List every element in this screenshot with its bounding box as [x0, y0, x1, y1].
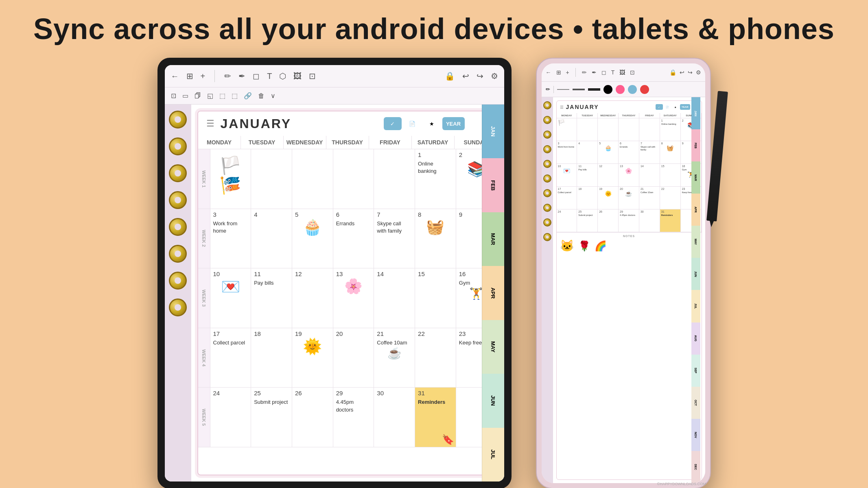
line-thin[interactable] [557, 89, 569, 90]
phone-tab-apr[interactable]: APR [691, 194, 700, 226]
phone-tab-sep[interactable]: SEP [691, 355, 700, 387]
cell-w2-thu[interactable]: 6 Errands [333, 209, 374, 268]
line-thick[interactable] [588, 88, 600, 91]
line-medium[interactable] [573, 89, 585, 90]
color-blue[interactable] [628, 85, 637, 94]
cell-w3-sat[interactable]: 15 [415, 268, 456, 328]
phone-cell-w4-4[interactable]: 20 ☕ [619, 187, 639, 209]
phone-image-icon[interactable]: 🖼 [619, 69, 625, 76]
cell-w5-sat[interactable]: 31 Reminders 🔖 [415, 388, 456, 447]
cell-w4-sat[interactable]: 22 [415, 328, 456, 388]
phone-cell-w1-2[interactable] [577, 118, 598, 141]
link-icon[interactable]: 🔗 [244, 92, 252, 100]
phone-tab-mar[interactable]: MAR [691, 161, 700, 194]
phone-select-icon[interactable]: ⊡ [630, 69, 635, 76]
phone-tab-jul[interactable]: JUL [691, 290, 700, 322]
phone-cell-w1-6[interactable]: 1 Online banking [660, 118, 681, 141]
tab-checklist[interactable]: ✓ [384, 117, 402, 130]
cell-w3-wed[interactable]: 12 [292, 268, 333, 328]
phone-cell-w5-2[interactable]: 25 Submit project [577, 209, 598, 232]
phone-lock-icon[interactable]: 🔒 [669, 69, 676, 76]
phone-cell-w3-3[interactable]: 12 [598, 164, 619, 186]
phone-cell-w2-1[interactable]: 3 Work from home [557, 141, 577, 163]
phone-cell-w2-4[interactable]: 6 Errands [619, 141, 639, 163]
phone-cell-w3-2[interactable]: 11 Pay bills [577, 164, 598, 186]
phone-cell-w1-3[interactable] [598, 118, 619, 141]
phone-cell-w2-6[interactable]: 8 🧺 [660, 141, 681, 163]
crop-icon[interactable]: ⬚ [232, 92, 238, 100]
phone-cell-w4-5[interactable]: 21 Coffee 10am [639, 187, 660, 209]
phone-cell-w5-3[interactable]: 26 [598, 209, 619, 232]
cell-w1-tue[interactable] [251, 149, 292, 209]
phone-undo-icon[interactable]: ↩ [680, 69, 684, 76]
cell-w1-thu[interactable] [333, 149, 374, 209]
phone-tab-dec[interactable]: DEC [691, 451, 700, 483]
tab-mar[interactable]: MAR [482, 212, 498, 266]
phone-cell-w3-5[interactable]: 14 [639, 164, 660, 186]
cell-w4-mon[interactable]: 17 Collect parcel [210, 328, 251, 388]
phone-tab-nov[interactable]: NOV [691, 419, 700, 451]
cell-w5-mon[interactable]: 24 [210, 388, 251, 447]
select-icon[interactable]: ⊡ [309, 71, 316, 81]
cell-w2-mon[interactable]: 3 Work from home [210, 209, 251, 268]
cell-w3-thu[interactable]: 13 🌸 [333, 268, 374, 328]
phone-cell-w5-6[interactable]: 31 Reminders [660, 209, 681, 232]
phone-cell-w1-1[interactable]: 🏳️ [557, 118, 577, 141]
phone-cell-w5-4[interactable]: 29 4.45pm doctors [619, 209, 639, 232]
group-icon[interactable]: ◱ [207, 92, 213, 100]
cell-w4-thu[interactable]: 20 [333, 328, 374, 388]
phone-back-icon[interactable]: ← [546, 69, 551, 76]
phone-cell-w1-5[interactable] [639, 118, 660, 141]
phone-text-icon[interactable]: T [611, 69, 615, 76]
phone-settings-icon[interactable]: ⚙ [696, 69, 701, 76]
cell-w1-wed[interactable] [292, 149, 333, 209]
phone-tab-feb[interactable]: FEB [691, 129, 700, 161]
phone-add-icon[interactable]: + [566, 69, 569, 76]
image-icon[interactable]: 🖼 [293, 72, 302, 81]
tab-jan[interactable]: JAN [482, 111, 498, 158]
cell-w2-tue[interactable]: 4 [251, 209, 292, 268]
cell-w3-mon[interactable]: 10 💌 [210, 268, 251, 328]
phone-pen-icon[interactable]: ✒ [592, 69, 597, 76]
pencil-icon[interactable]: ✏ [224, 71, 231, 81]
redo-icon[interactable]: ↪ [477, 71, 483, 81]
cell-w2-sat[interactable]: 8 🧺 [415, 209, 456, 268]
grid-icon[interactable]: ⊞ [186, 71, 193, 81]
tab-year[interactable]: YEAR [442, 117, 465, 130]
menu-icon[interactable]: ☰ [206, 118, 214, 129]
pen-icon[interactable]: ✒ [238, 71, 245, 81]
color-black[interactable] [603, 85, 612, 94]
tab-apr[interactable]: APR [482, 266, 498, 320]
ungroup-icon[interactable]: ⬚ [219, 92, 225, 100]
phone-tab-star[interactable]: ★ [672, 104, 679, 110]
phone-tab-oct[interactable]: OCT [691, 387, 700, 419]
tab-star[interactable]: ★ [423, 117, 441, 130]
cell-w2-fri[interactable]: 7 Skype call with family [374, 209, 415, 268]
phone-cell-w3-4[interactable]: 13 🌸 [619, 164, 639, 186]
phone-eraser-icon[interactable]: ◻ [601, 69, 606, 76]
phone-cell-w5-1[interactable]: 24 [557, 209, 577, 232]
phone-cell-w4-1[interactable]: 17 Collect parcel [557, 187, 577, 209]
eraser-icon[interactable]: ◻ [253, 71, 260, 81]
cell-w5-wed[interactable]: 26 [292, 388, 333, 447]
cell-w2-wed[interactable]: 5 🧁 [292, 209, 333, 268]
tab-may[interactable]: MAY [482, 320, 498, 374]
phone-tab-checklist[interactable]: ✓ [656, 104, 663, 110]
phone-pencil-icon[interactable]: ✏ [582, 69, 587, 76]
color-red[interactable] [640, 85, 649, 94]
text-icon[interactable]: T [267, 72, 272, 81]
tab-jul[interactable]: JUL [482, 428, 498, 475]
phone-tab-may[interactable]: MAY [691, 226, 700, 258]
cell-w4-tue[interactable]: 18 [251, 328, 292, 388]
cell-w3-tue[interactable]: 11 Pay bills [251, 268, 292, 328]
phone-cell-w2-2[interactable]: 4 [577, 141, 598, 163]
phone-menu-icon[interactable]: ☰ [560, 105, 564, 109]
phone-pen2-icon[interactable]: ✏ [546, 86, 550, 92]
undo-icon[interactable]: ↩ [462, 71, 469, 81]
back-icon[interactable]: ← [171, 72, 179, 81]
phone-cell-w3-6[interactable]: 15 [660, 164, 681, 186]
color-pink[interactable] [616, 85, 625, 94]
cell-w1-fri[interactable] [374, 149, 415, 209]
settings-icon[interactable]: ⚙ [491, 71, 498, 81]
cell-w4-wed[interactable]: 19 🌞 [292, 328, 333, 388]
